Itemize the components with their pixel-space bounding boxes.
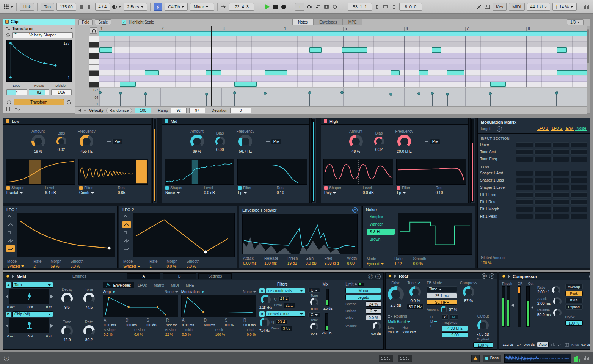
lfo1-shape-list[interactable] bbox=[6, 213, 16, 257]
nudge-down-button[interactable] bbox=[78, 3, 85, 11]
mix-a-tone-value[interactable]: 0.00 bbox=[311, 307, 318, 311]
piano-key[interactable] bbox=[89, 59, 99, 65]
matrix-cell[interactable] bbox=[516, 214, 533, 219]
square-shape-icon[interactable] bbox=[6, 229, 15, 236]
matrix-cell[interactable] bbox=[534, 185, 551, 190]
grid-size-menu[interactable]: 1/8 bbox=[567, 19, 584, 25]
matrix-row[interactable]: Flt 1 Res bbox=[478, 198, 590, 206]
engine-b-icon[interactable] bbox=[9, 318, 49, 333]
routing-mode-select[interactable]: Multi Band bbox=[388, 320, 427, 324]
ef-attack-value[interactable]: 0.00 ms bbox=[243, 261, 257, 265]
roar-header[interactable]: Roar ⇄ ▾ bbox=[386, 273, 497, 279]
pre-button[interactable]: Pre bbox=[430, 139, 441, 144]
matrix-row[interactable]: Shaper 1 Amt bbox=[478, 169, 590, 177]
midi-note[interactable] bbox=[234, 82, 257, 87]
options-menu-icon[interactable] bbox=[4, 3, 13, 11]
warning-triangle-icon[interactable] bbox=[471, 355, 480, 362]
play-button[interactable] bbox=[264, 3, 270, 11]
roar-drywet-field[interactable]: 100 % bbox=[473, 342, 493, 348]
filter-a-freq-knob[interactable] bbox=[261, 295, 271, 304]
fb-amount-value[interactable]: 57 % bbox=[449, 308, 457, 311]
collapse-section-icon[interactable] bbox=[70, 28, 73, 29]
loop-toggle-icon[interactable] bbox=[332, 3, 338, 11]
midi-note[interactable] bbox=[145, 70, 159, 75]
ef-freq-value[interactable]: 9.03 kHz bbox=[324, 261, 339, 265]
engine-a-osc-select[interactable]: Tarp bbox=[12, 282, 53, 288]
mixer-view-icon[interactable] bbox=[583, 355, 589, 362]
matrix-cell[interactable] bbox=[516, 178, 533, 183]
midi-note[interactable] bbox=[309, 47, 322, 53]
velocity-marker[interactable] bbox=[556, 93, 557, 106]
lfo2-smooth-value[interactable]: 5.0 % bbox=[187, 264, 196, 268]
unison-select[interactable]: 2 bbox=[366, 308, 381, 314]
roar-tone-knob[interactable] bbox=[409, 286, 421, 298]
next-osc-icon[interactable] bbox=[50, 295, 53, 298]
info-icon[interactable]: i bbox=[4, 356, 9, 361]
engine-a-tone-value[interactable]: 74.6 bbox=[85, 305, 93, 309]
matrix-cell[interactable] bbox=[552, 192, 569, 198]
noise-mode-brown[interactable]: Brown bbox=[367, 236, 395, 242]
meld-tab-b[interactable]: B bbox=[163, 273, 196, 279]
time-signature-field[interactable]: 4 / 4 bbox=[95, 3, 110, 11]
amp-release[interactable]: 122 ms bbox=[166, 323, 177, 327]
filter-b-freq-value[interactable]: 714 Hz bbox=[259, 329, 270, 333]
rotate-field[interactable]: 82 bbox=[29, 89, 49, 95]
mod-decay[interactable]: 600 ms bbox=[204, 323, 215, 327]
matrix-cell[interactable] bbox=[516, 157, 533, 162]
filter-type-select[interactable]: Lp bbox=[397, 191, 436, 195]
frequency-value[interactable]: 20.0 kHz bbox=[397, 149, 411, 154]
reroll-icon[interactable] bbox=[66, 100, 72, 105]
mix-a-tone-knob[interactable] bbox=[310, 298, 318, 306]
record-button[interactable] bbox=[281, 3, 287, 11]
device-on-toggle[interactable] bbox=[6, 275, 9, 278]
volume-value[interactable]: 0.0 dB bbox=[371, 332, 381, 336]
punch-in-icon[interactable] bbox=[374, 3, 380, 11]
midi-note[interactable] bbox=[265, 70, 287, 75]
lfo2-shape-list[interactable] bbox=[122, 213, 132, 257]
meld-tab-a[interactable]: A bbox=[127, 273, 160, 279]
preview-headphone-icon[interactable] bbox=[90, 27, 97, 34]
filter-a-freq-value[interactable]: 2.15 kHz bbox=[259, 306, 272, 309]
matrix-cell[interactable] bbox=[552, 142, 569, 147]
fw-width-field[interactable]: 9.00 bbox=[442, 332, 468, 337]
attack-knob[interactable] bbox=[553, 297, 562, 306]
matrix-cell[interactable] bbox=[570, 207, 587, 212]
engine-b-oct[interactable]: 0 oct bbox=[7, 334, 15, 338]
scale-name-menu[interactable]: Minor bbox=[190, 3, 214, 11]
matrix-cell[interactable] bbox=[570, 142, 587, 147]
matrix-cell[interactable] bbox=[570, 199, 587, 205]
filter-type-select[interactable]: Comb bbox=[79, 191, 118, 195]
roar-output-value[interactable]: -7.5 dB bbox=[477, 332, 489, 336]
engine-b-osc-select[interactable]: Chip (b#) bbox=[12, 311, 53, 317]
transform-settings-icon[interactable] bbox=[6, 100, 11, 105]
matrix-cell[interactable] bbox=[552, 178, 569, 183]
matrix-cell[interactable] bbox=[516, 149, 533, 155]
engine-a-st[interactable]: 0 st bbox=[28, 305, 33, 309]
output-handle[interactable] bbox=[531, 306, 533, 309]
shaper-activator[interactable] bbox=[6, 186, 10, 190]
matrix-cell[interactable] bbox=[570, 185, 587, 190]
roar-tone-value[interactable]: 0.0 % bbox=[410, 299, 420, 303]
matrix-row[interactable]: Shaper 1 Level bbox=[478, 184, 590, 191]
saw-shape-icon[interactable] bbox=[122, 237, 131, 244]
threshold-value[interactable]: -11.2 dB bbox=[502, 343, 514, 347]
pre-button[interactable]: Pre bbox=[112, 139, 123, 144]
filter-display[interactable] bbox=[78, 159, 148, 185]
midi-note[interactable] bbox=[419, 70, 428, 75]
filter-type-select[interactable]: Lp bbox=[238, 191, 277, 195]
velocity-marker[interactable] bbox=[309, 93, 310, 106]
mod-peak[interactable]: 100 % bbox=[215, 333, 225, 336]
attack-value[interactable]: 2.00 ms bbox=[537, 301, 551, 306]
expand-button[interactable]: Expand bbox=[565, 304, 583, 310]
amp-attack[interactable]: 0.00 ms bbox=[104, 323, 116, 327]
mix-b-route[interactable]: C bbox=[308, 312, 320, 317]
matrix-cell[interactable] bbox=[534, 178, 551, 183]
prev-osc-icon[interactable] bbox=[6, 295, 8, 298]
sine-shape-icon[interactable] bbox=[6, 213, 15, 220]
roar-compress-knob[interactable] bbox=[463, 286, 474, 298]
midi-note[interactable] bbox=[557, 70, 587, 75]
matrix-cell[interactable] bbox=[516, 207, 533, 212]
level-value[interactable]: 6.4 dB bbox=[45, 191, 75, 195]
engine-b-badge[interactable]: B bbox=[6, 312, 11, 317]
pre-button[interactable]: Pre bbox=[271, 139, 282, 144]
